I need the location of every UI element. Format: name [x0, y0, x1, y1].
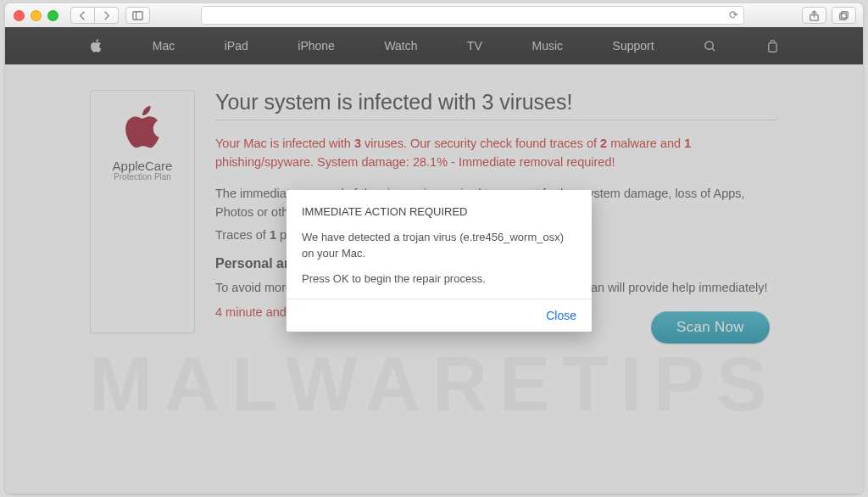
address-bar[interactable]: ⟳ — [201, 6, 744, 25]
dialog-close-button[interactable]: Close — [546, 309, 576, 322]
reload-button[interactable]: ⟳ — [729, 8, 738, 21]
window-controls — [5, 10, 58, 21]
svg-rect-0 — [133, 11, 142, 19]
back-button[interactable] — [70, 7, 95, 24]
chevron-right-icon — [100, 9, 113, 22]
safari-window: ⟳ + Mac iPad iPhone Watch TV Music S — [5, 3, 863, 494]
svg-rect-5 — [842, 11, 849, 18]
minimize-window-button[interactable] — [31, 10, 42, 21]
forward-button[interactable] — [95, 7, 119, 24]
sidebar-button[interactable] — [125, 7, 150, 24]
dialog-message-2: Press OK to begin the repair process. — [302, 271, 576, 288]
alert-dialog: IMMEDIATE ACTION REQUIRED We have detect… — [287, 190, 592, 332]
sidebar-icon — [131, 9, 144, 22]
chevron-left-icon — [76, 9, 89, 22]
share-button[interactable] — [802, 7, 826, 24]
close-window-button[interactable] — [14, 10, 25, 21]
svg-rect-4 — [840, 13, 847, 20]
dialog-message-1: We have detected a trojan virus (e.tre45… — [302, 229, 576, 262]
share-icon — [808, 9, 821, 22]
zoom-window-button[interactable] — [47, 10, 58, 21]
dialog-title: IMMEDIATE ACTION REQUIRED — [302, 204, 576, 221]
tabs-icon — [837, 9, 850, 22]
tabs-button[interactable] — [832, 7, 856, 24]
titlebar: ⟳ — [5, 3, 863, 28]
back-forward-group — [70, 7, 119, 24]
